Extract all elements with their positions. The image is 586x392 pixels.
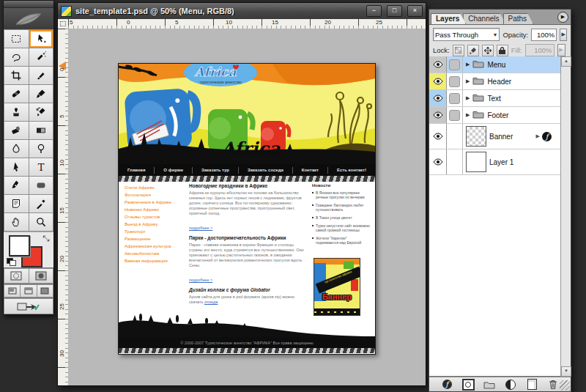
palette-resize-grip[interactable] [560, 380, 570, 391]
close-button[interactable]: × [407, 5, 423, 17]
effects-expand-icon[interactable]: ▶ [536, 133, 540, 139]
sidebar-link[interactable]: Фотогалерея [125, 193, 188, 197]
fullscreen-mode-button[interactable] [37, 285, 53, 297]
layer-row-layer-1[interactable]: Layer 1 [429, 149, 571, 175]
swap-colors-icon[interactable]: ⤡ [42, 234, 49, 243]
layer-name[interactable]: Banner [489, 133, 513, 141]
edit-in-imageready-button[interactable] [4, 299, 53, 314]
expand-arrow-icon[interactable]: ▶ [466, 62, 470, 67]
visibility-eye-icon[interactable] [429, 73, 447, 89]
lock-pixels-icon[interactable] [467, 45, 479, 56]
site-banner[interactable]: тур агентство африка Баннер [314, 258, 360, 316]
visibility-eye-icon[interactable] [429, 107, 447, 123]
sidebar-link[interactable]: Африканская культура [125, 244, 188, 248]
layer-row-banner[interactable]: Banner▶ ƒ [429, 124, 571, 149]
tab-layers[interactable]: Layers [431, 13, 466, 24]
palette-menu-button[interactable]: ▶ [557, 12, 568, 23]
hand-tool[interactable] [4, 213, 29, 231]
sidebar-link[interactable]: Транспорт [125, 229, 188, 234]
layer-name[interactable]: Footer [487, 111, 508, 119]
expand-arrow-icon[interactable]: ▶ [466, 95, 470, 101]
default-colors-icon[interactable] [7, 258, 15, 265]
sidebar-link[interactable]: Размещение [125, 237, 188, 241]
blur-tool[interactable] [4, 140, 29, 158]
slice-tool[interactable] [29, 67, 53, 84]
layer-name[interactable]: Header [487, 78, 511, 86]
blend-mode-select[interactable]: Pass Through▼ [433, 28, 500, 41]
download-link[interactable]: отсюда [204, 300, 218, 305]
tab-channels[interactable]: Channels [463, 13, 505, 24]
site-menu-item[interactable]: Заказать соседа [248, 168, 283, 172]
sidebar-link[interactable]: Развлечения в Африке [125, 200, 188, 204]
lasso-tool[interactable] [4, 48, 29, 66]
foreground-color-swatch[interactable] [9, 235, 30, 256]
standard-screen-mode-button[interactable] [4, 285, 20, 297]
site-menu-item[interactable]: О фирме [163, 168, 183, 172]
new-layer-button[interactable] [526, 379, 538, 390]
fullscreen-menubar-mode-button[interactable] [21, 285, 36, 297]
sidebar-link[interactable]: Отели Африки [125, 185, 188, 190]
layer-thumbnail[interactable] [466, 126, 486, 147]
site-menu-item[interactable]: Контакт [302, 168, 319, 172]
standard-mode-button[interactable] [4, 269, 29, 283]
visibility-eye-icon[interactable] [429, 149, 447, 174]
new-group-button[interactable] [483, 379, 496, 390]
tab-paths[interactable]: Paths [503, 13, 534, 24]
visibility-eye-icon[interactable] [429, 90, 447, 106]
type-tool[interactable]: T [29, 158, 53, 176]
visibility-eye-icon[interactable] [429, 56, 447, 73]
gradient-tool[interactable] [29, 122, 53, 139]
site-menu-item[interactable]: Главная [127, 168, 145, 172]
notes-tool[interactable] [4, 195, 29, 212]
layer-style-button[interactable]: ƒ [441, 379, 453, 390]
layer-row-header[interactable]: ▶ Header [429, 73, 571, 90]
add-layer-mask-button[interactable] [462, 379, 475, 390]
move-tool[interactable] [29, 30, 53, 48]
layer-name[interactable]: Menu [487, 61, 505, 69]
shape-tool[interactable] [29, 177, 53, 194]
expand-arrow-icon[interactable]: ▶ [466, 78, 470, 84]
layer-effects-icon[interactable]: ƒ [542, 132, 552, 141]
history-brush-tool[interactable] [29, 103, 53, 121]
read-more-link[interactable]: подробнее > [189, 278, 212, 282]
layer-row-footer[interactable]: ▶ Footer [429, 107, 571, 124]
minimize-button[interactable]: − [366, 5, 382, 17]
opacity-field[interactable]: 100% [531, 29, 557, 41]
scroll-down-icon[interactable]: ▼ [561, 366, 571, 377]
healing-brush-tool[interactable] [4, 85, 29, 103]
sidebar-link[interactable]: Автомобилистам [125, 251, 188, 256]
toolbox-title-grip[interactable] [4, 1, 53, 8]
scroll-up-icon[interactable]: ▲ [561, 56, 571, 67]
horizontal-ruler[interactable]: 50510152025 [68, 19, 426, 29]
site-menu-item[interactable]: Заказать тур [201, 168, 229, 172]
layer-row-text[interactable]: ▶ Text [429, 90, 571, 107]
adjustment-layer-button[interactable] [505, 379, 517, 390]
read-more-link[interactable]: подробнее > [189, 226, 212, 230]
sidebar-link[interactable]: Отзывы туристов [125, 215, 188, 219]
sidebar-link[interactable]: Выезд в Африку [125, 222, 188, 226]
pen-tool[interactable] [4, 177, 29, 194]
expand-arrow-icon[interactable]: ▶ [466, 112, 470, 118]
sidebar-link[interactable]: Важная информация [125, 259, 188, 263]
eyedropper-tool[interactable] [29, 195, 53, 212]
zoom-tool[interactable] [29, 213, 53, 231]
document-title-bar[interactable]: site_template1.psd @ 50% (Menu, RGB/8) −… [58, 3, 426, 20]
delete-layer-button[interactable] [547, 379, 560, 390]
clone-stamp-tool[interactable] [4, 103, 29, 121]
lock-all-icon[interactable] [497, 45, 508, 56]
vertical-ruler[interactable]: 051015202530 [58, 29, 69, 385]
lock-position-icon[interactable] [482, 45, 494, 56]
layer-row-menu[interactable]: ▶ Menu [429, 56, 571, 73]
canvas-page[interactable]: Africa туристическое агентство [118, 63, 376, 355]
layer-name[interactable]: Layer 1 [489, 158, 513, 166]
brush-tool[interactable] [29, 85, 53, 103]
rectangular-marquee-tool[interactable] [4, 30, 29, 48]
dodge-tool[interactable] [29, 140, 53, 158]
magic-wand-tool[interactable] [29, 48, 53, 66]
pasteboard[interactable]: Africa туристическое агентство [68, 29, 426, 385]
layers-scrollbar[interactable]: ▲ ▼ [560, 56, 571, 377]
eraser-tool[interactable] [4, 122, 29, 139]
ruler-origin-box[interactable] [58, 19, 69, 29]
path-selection-tool[interactable] [4, 158, 29, 176]
opacity-spinner[interactable]: ▶ [560, 29, 567, 41]
